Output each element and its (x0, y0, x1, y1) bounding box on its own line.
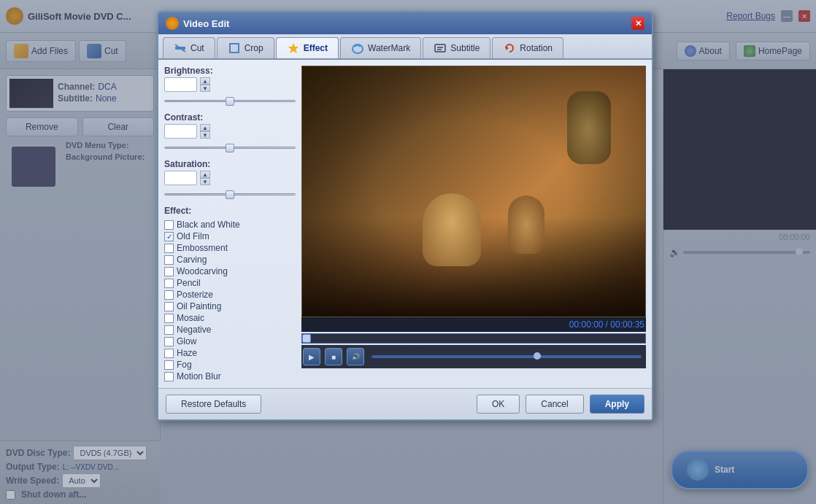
brightness-up-btn[interactable]: ▲ (200, 77, 210, 85)
effect-item-woodcarving: Woodcarving (164, 265, 296, 277)
saturation-control: 0 ▲ ▼ (164, 171, 296, 185)
cut-tab-icon (174, 42, 187, 55)
tab-subtitle-label: Subtitle (450, 43, 480, 53)
effect-item-carving: Carving (164, 254, 296, 265)
saturation-slider-thumb[interactable] (226, 190, 234, 199)
subtitle-tab-icon (434, 42, 447, 55)
contrast-down-btn[interactable]: ▼ (200, 131, 210, 139)
tab-cut-label: Cut (190, 43, 204, 53)
volume-slider[interactable] (372, 355, 642, 358)
effect-checkbox-fog[interactable] (164, 360, 174, 370)
effect-checkbox-pencil[interactable] (164, 279, 174, 288)
effect-name-motion_blur[interactable]: Motion Blur (177, 371, 221, 381)
effect-item-haze: Haze (164, 347, 296, 359)
tab-watermark-label: WaterMark (368, 43, 410, 53)
effect-checkbox-carving[interactable] (164, 255, 174, 265)
effect-name-black_white[interactable]: Black and White (177, 220, 240, 230)
play-button[interactable]: ▶ (303, 348, 320, 365)
effect-name-glow[interactable]: Glow (177, 336, 196, 346)
effect-item-oil_painting: Oil Painting (164, 301, 296, 312)
brightness-label: Brightness: (164, 66, 296, 76)
tab-cut[interactable]: Cut (163, 37, 215, 58)
effect-checkbox-old_film[interactable] (164, 232, 174, 241)
dialog-close-button[interactable]: ✕ (631, 17, 644, 30)
saturation-spinners: ▲ ▼ (200, 171, 210, 185)
contrast-slider-container (164, 141, 296, 153)
effect-name-haze[interactable]: Haze (177, 348, 197, 358)
saturation-input[interactable]: 0 (164, 171, 197, 185)
svg-marker-8 (506, 46, 509, 50)
scene-vignette (302, 66, 645, 317)
effect-name-pencil[interactable]: Pencil (177, 278, 201, 288)
tab-rotation[interactable]: Rotation (492, 37, 563, 58)
volume-toggle-button[interactable]: 🔊 (347, 348, 364, 365)
effect-name-embossment[interactable]: Embossment (177, 243, 228, 253)
effect-name-negative[interactable]: Negative (177, 325, 211, 335)
cancel-button[interactable]: Cancel (526, 395, 583, 414)
tab-subtitle[interactable]: Subtitle (423, 37, 490, 58)
effect-item-fog: Fog (164, 359, 296, 371)
svg-marker-3 (288, 43, 299, 53)
footer-action-buttons: OK Cancel Apply (477, 395, 644, 414)
effect-item-posterize: Posterize (164, 289, 296, 301)
tab-rotation-label: Rotation (520, 43, 553, 53)
ok-button[interactable]: OK (477, 395, 520, 414)
contrast-group: Contrast: 0 ▲ ▼ (164, 112, 296, 153)
effect-name-posterize[interactable]: Posterize (177, 290, 213, 300)
crop-tab-icon (228, 42, 241, 55)
effect-checkbox-haze[interactable] (164, 349, 174, 358)
effect-name-woodcarving[interactable]: Woodcarving (177, 266, 228, 276)
stop-button[interactable]: ■ (325, 348, 342, 365)
playback-controls: ▶ ■ 🔊 (301, 345, 646, 368)
effect-checkbox-woodcarving[interactable] (164, 267, 174, 276)
contrast-label: Contrast: (164, 112, 296, 123)
saturation-up-btn[interactable]: ▲ (200, 171, 210, 178)
effect-checkbox-motion_blur[interactable] (164, 372, 174, 381)
effect-checkbox-glow[interactable] (164, 337, 174, 346)
effect-section-label: Effect: (164, 206, 296, 216)
dialog-tab-bar: Cut Crop Effect WaterMark Subtitle Rotat… (158, 34, 652, 60)
video-sepia-frame (302, 66, 645, 317)
brightness-control: 0 ▲ ▼ (164, 77, 296, 92)
dialog-title: Video Edit (183, 18, 631, 29)
tab-effect[interactable]: Effect (276, 37, 339, 58)
tab-crop[interactable]: Crop (217, 37, 274, 58)
brightness-spinners: ▲ ▼ (200, 77, 210, 92)
effect-name-fog[interactable]: Fog (177, 360, 192, 370)
effect-item-embossment: Embossment (164, 242, 296, 254)
effect-checkbox-black_white[interactable] (164, 220, 174, 230)
effect-name-oil_painting[interactable]: Oil Painting (177, 301, 221, 311)
controls-panel: Brightness: 0 ▲ ▼ Contrast: 0 (164, 66, 296, 382)
volume-thumb[interactable] (534, 352, 541, 360)
svg-rect-2 (230, 44, 239, 53)
effect-checkbox-posterize[interactable] (164, 290, 174, 300)
effect-checkbox-oil_painting[interactable] (164, 302, 174, 311)
video-panel: 00:00:00 / 00:00:35 ▶ ■ 🔊 (301, 66, 646, 382)
tab-crop-label: Crop (245, 43, 263, 53)
progress-bar[interactable] (301, 333, 646, 344)
progress-thumb[interactable] (302, 334, 311, 343)
contrast-up-btn[interactable]: ▲ (200, 124, 210, 131)
effect-name-carving[interactable]: Carving (177, 255, 207, 265)
brightness-slider-thumb[interactable] (226, 97, 234, 106)
effect-name-mosaic[interactable]: Mosaic (177, 313, 204, 323)
effect-checkbox-embossment[interactable] (164, 244, 174, 253)
contrast-slider-thumb[interactable] (226, 144, 234, 152)
restore-defaults-button[interactable]: Restore Defaults (166, 395, 261, 414)
saturation-slider-container (164, 188, 296, 200)
contrast-input[interactable]: 0 (164, 124, 197, 139)
saturation-down-btn[interactable]: ▼ (200, 178, 210, 185)
effect-item-pencil: Pencil (164, 277, 296, 289)
effect-name-old_film[interactable]: Old Film (177, 231, 209, 241)
brightness-down-btn[interactable]: ▼ (200, 85, 210, 92)
apply-button[interactable]: Apply (590, 395, 644, 414)
time-display: 00:00:00 / 00:00:35 (301, 317, 646, 332)
effect-checkbox-mosaic[interactable] (164, 314, 174, 323)
video-edit-dialog: Video Edit ✕ Cut Crop Effect WaterMark S… (157, 11, 653, 421)
brightness-input[interactable]: 0 (164, 77, 197, 92)
effect-item-black_white: Black and White (164, 219, 296, 230)
brightness-slider-container (164, 95, 296, 106)
tab-watermark[interactable]: WaterMark (340, 37, 421, 58)
rotation-tab-icon (503, 42, 516, 55)
effect-checkbox-negative[interactable] (164, 325, 174, 335)
